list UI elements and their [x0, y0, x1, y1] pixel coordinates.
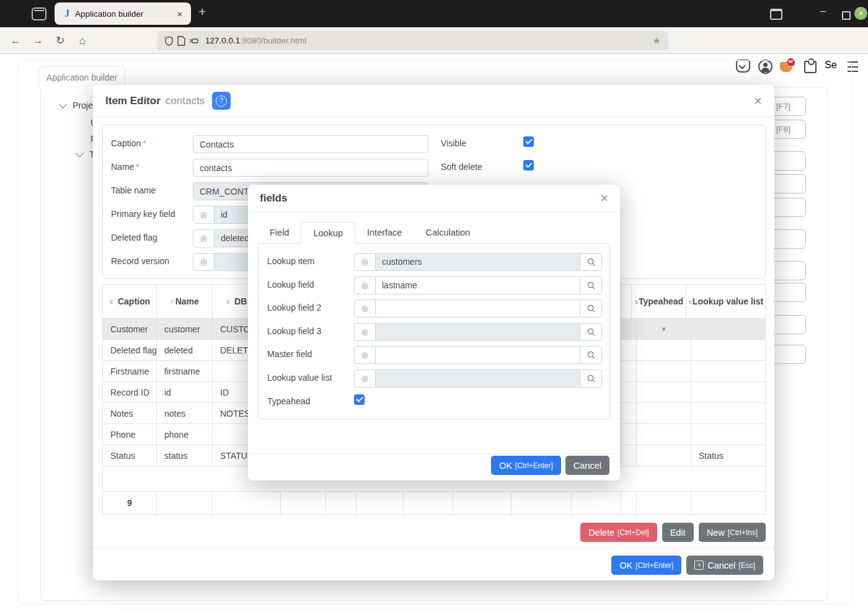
table-footer-cell	[213, 492, 281, 514]
table-action-buttons: Delete[Ctrl+Del] Edit New[Ctrl+Ins]	[580, 523, 766, 542]
table-cell: Firstname	[103, 361, 157, 381]
search-button[interactable]	[580, 277, 602, 295]
search-icon	[587, 374, 596, 383]
sort-both-icon: ↑↓	[688, 298, 691, 305]
table-cell	[637, 361, 691, 381]
help-button[interactable]: ?	[212, 92, 231, 110]
column-header[interactable]: ↑↓Caption	[103, 285, 157, 318]
tab-calculation[interactable]: Calculation	[414, 222, 482, 244]
search-icon	[587, 304, 596, 313]
clear-icon[interactable]: ⊗	[193, 206, 215, 224]
table-footer-cell	[356, 492, 404, 514]
back-icon[interactable]: ←	[6, 27, 25, 54]
table-footer-cell	[453, 492, 512, 514]
browser-tab[interactable]: J Application builder ×	[55, 2, 191, 25]
column-header[interactable]	[621, 285, 632, 318]
tree-item[interactable]: T	[77, 149, 95, 159]
ok-button[interactable]: OK[Ctrl+Enter]	[611, 556, 681, 575]
lookup-value-input[interactable]: customers	[376, 253, 580, 271]
table-cell: ×	[637, 319, 691, 339]
visible-checkbox[interactable]	[523, 136, 534, 147]
table-footer-cell	[572, 492, 621, 514]
lookup-value-input[interactable]	[376, 346, 580, 364]
lookup-field-label: Lookup value list	[267, 373, 332, 383]
tree-item[interactable]: Proje	[60, 100, 93, 110]
new-tab-button[interactable]: +	[198, 4, 206, 19]
clear-icon[interactable]: ⊗	[354, 277, 376, 295]
search-button[interactable]	[580, 299, 602, 317]
typeahead-checkbox[interactable]	[354, 394, 365, 405]
tab-lookup[interactable]: Lookup	[301, 222, 355, 244]
column-header[interactable]: ↑Name	[157, 285, 213, 318]
home-icon[interactable]: ⌂	[73, 27, 92, 54]
search-button[interactable]	[580, 253, 602, 271]
shield-icon[interactable]	[164, 36, 174, 46]
typeahead-label: Typeahead	[267, 396, 310, 406]
url-text[interactable]: 127.0.0.1:8080/builder.html	[205, 36, 652, 45]
ok-button[interactable]: OK[Ctrl+Enter]	[491, 456, 561, 475]
clear-icon[interactable]: ⊗	[354, 323, 376, 341]
permissions-plug-icon[interactable]	[189, 37, 199, 45]
clear-icon[interactable]: ⊗	[354, 299, 376, 317]
bookmark-star-icon[interactable]: ★	[652, 35, 661, 47]
column-header[interactable]: ↑↓Lookup value list	[686, 285, 765, 318]
close-icon[interactable]: ×	[754, 95, 762, 107]
column-header-label: Lookup value list	[693, 296, 763, 306]
favicon: J	[64, 8, 69, 19]
soft-delete-checkbox[interactable]	[523, 160, 534, 171]
tab-field[interactable]: Field	[258, 222, 301, 244]
search-button[interactable]	[580, 323, 602, 341]
caption-input[interactable]	[193, 135, 428, 153]
table-footer-cell	[281, 492, 326, 514]
name-input[interactable]	[193, 159, 428, 177]
lookup-input-group: ⊗	[354, 323, 602, 341]
close-icon[interactable]: ×	[600, 192, 608, 205]
chevron-down-icon[interactable]	[59, 100, 67, 109]
cancel-button[interactable]: Cancel	[565, 456, 609, 475]
deleted-flag-label: Deleted flag	[111, 233, 157, 242]
lookup-value-input[interactable]	[376, 299, 580, 317]
url-path: :8080/builder.html	[240, 36, 306, 45]
window-restore-icon[interactable]	[842, 11, 851, 20]
tab-close-icon[interactable]: ×	[174, 9, 185, 19]
fields-dialog-tabs: Field Lookup Interface Calculation	[258, 222, 482, 244]
chevron-down-icon[interactable]	[76, 149, 84, 157]
required-mark: *	[136, 162, 139, 172]
clear-icon[interactable]: ⊗	[354, 370, 376, 388]
cancel-button[interactable]: ×Cancel[Esc]	[686, 556, 763, 575]
search-button[interactable]	[580, 370, 602, 388]
edit-button[interactable]: Edit	[662, 523, 694, 542]
lookup-value-input[interactable]: lastname	[376, 277, 580, 295]
column-header[interactable]: ↑↓Typeahead	[632, 285, 686, 318]
clear-icon[interactable]: ⊗	[193, 253, 215, 271]
tab-interface[interactable]: Interface	[355, 222, 414, 244]
firefox-view-icon[interactable]	[32, 7, 46, 20]
sort-asc-icon: ↑	[170, 298, 174, 305]
table-cell	[691, 319, 765, 339]
url-host: 127.0.0.1	[205, 36, 240, 45]
page-info-icon[interactable]	[177, 36, 185, 46]
reload-icon[interactable]: ↻	[51, 27, 69, 54]
fields-dialog-header: fields ×	[248, 185, 620, 212]
clear-icon[interactable]: ⊗	[354, 253, 376, 271]
visible-label: Visible	[441, 138, 466, 148]
window-maximize-icon[interactable]	[770, 9, 782, 20]
lookup-value-input[interactable]	[376, 370, 580, 388]
table-cell: Record ID	[103, 382, 157, 402]
lookup-value-input[interactable]	[376, 323, 580, 341]
table-footer-cell	[691, 492, 765, 514]
search-button[interactable]	[580, 346, 602, 364]
footer-divider	[248, 453, 620, 454]
window-close-button[interactable]: ×	[854, 7, 867, 20]
forward-icon[interactable]: →	[29, 27, 47, 54]
clear-icon[interactable]: ⊗	[354, 346, 376, 364]
window-minimize-button[interactable]: –	[820, 5, 826, 17]
delete-button[interactable]: Delete[Ctrl+Del]	[580, 523, 657, 542]
new-button[interactable]: New[Ctrl+Ins]	[699, 523, 766, 542]
table-cell	[691, 403, 765, 424]
lookup-input-group: ⊗	[354, 370, 602, 388]
clear-icon[interactable]: ⊗	[193, 229, 215, 247]
table-footer-cell: 9	[103, 492, 157, 514]
primary-key-label: Primary key field	[111, 209, 175, 219]
url-bar[interactable]: 127.0.0.1:8080/builder.html ★	[157, 31, 668, 50]
